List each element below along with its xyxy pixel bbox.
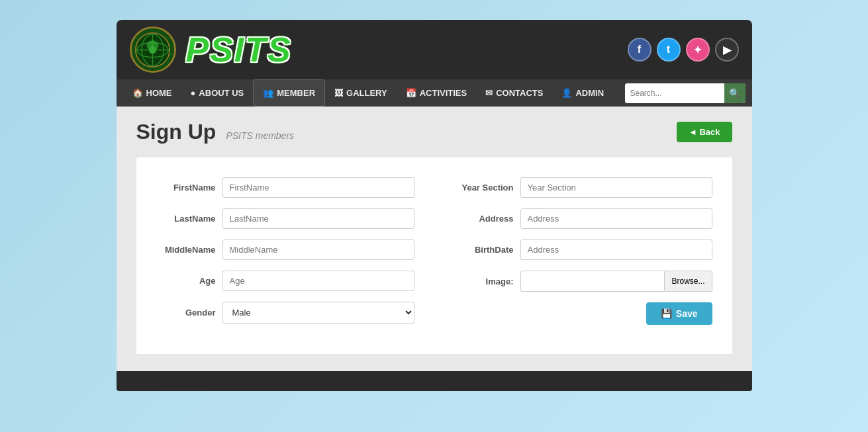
youtube-icon[interactable]: ▶ xyxy=(715,38,739,62)
dribbble-icon[interactable]: ✦ xyxy=(686,38,710,62)
nav-member[interactable]: 👥 MEMBER xyxy=(253,79,325,107)
header-left: PSITS xyxy=(130,26,292,73)
save-label: Save xyxy=(676,308,698,319)
nav-activities[interactable]: 📅 ACTIVITIES xyxy=(397,80,477,106)
twitter-icon[interactable]: t xyxy=(657,38,681,62)
firstname-label: FirstName xyxy=(156,183,216,193)
address-input[interactable] xyxy=(520,208,712,229)
address-row: Address xyxy=(454,208,712,229)
gender-row: Gender Male Female xyxy=(156,302,414,324)
image-row: Image: Browse... xyxy=(454,271,712,292)
back-button[interactable]: ◄ Back xyxy=(677,122,732,142)
nav-gallery[interactable]: 🖼 GALLERY xyxy=(325,80,397,106)
firstname-row: FirstName xyxy=(156,177,414,198)
address-label: Address xyxy=(454,214,514,224)
middlename-label: MiddleName xyxy=(156,245,216,255)
age-label: Age xyxy=(156,276,216,286)
nav-links: 🏠 HOME ● ABOUT US 👥 MEMBER 🖼 GALLERY 📅 A… xyxy=(123,79,614,107)
middlename-input[interactable] xyxy=(222,239,414,260)
browse-button[interactable]: Browse... xyxy=(665,271,712,292)
form-layout: FirstName LastName MiddleName Age xyxy=(156,177,712,334)
save-button[interactable]: 💾 Save xyxy=(646,302,712,325)
page-subtitle: PSITS members xyxy=(226,130,294,141)
site-header: PSITS f t ✦ ▶ xyxy=(117,20,752,79)
file-path-input[interactable] xyxy=(520,271,665,292)
search-button[interactable]: 🔍 xyxy=(724,83,746,103)
gender-label: Gender xyxy=(156,308,216,318)
middlename-row: MiddleName xyxy=(156,239,414,260)
facebook-icon[interactable]: f xyxy=(628,38,651,62)
site-logo xyxy=(130,26,176,73)
page-title: Sign Up xyxy=(136,120,217,144)
nav-about[interactable]: ● ABOUT US xyxy=(181,80,254,106)
save-icon: 💾 xyxy=(661,308,672,319)
form-left: FirstName LastName MiddleName Age xyxy=(156,177,414,334)
nav-contacts[interactable]: ✉ CONTACTS xyxy=(476,80,552,106)
form-right: Year Section Address BirthDate Image: xyxy=(454,177,712,334)
yearsection-input[interactable] xyxy=(520,177,712,198)
main-content: Sign Up PSITS members ◄ Back FirstName L… xyxy=(117,107,752,371)
firstname-input[interactable] xyxy=(222,177,414,198)
page-header-left: Sign Up PSITS members xyxy=(136,120,295,144)
birthdate-row: BirthDate xyxy=(454,239,712,260)
lastname-input[interactable] xyxy=(222,208,414,229)
yearsection-row: Year Section xyxy=(454,177,712,198)
birthdate-input[interactable] xyxy=(520,239,712,260)
age-row: Age xyxy=(156,271,414,291)
yearsection-label: Year Section xyxy=(454,183,514,193)
nav-admin[interactable]: 👤 ADMIN xyxy=(552,80,613,106)
page-header: Sign Up PSITS members ◄ Back xyxy=(136,120,732,144)
footer xyxy=(117,371,752,391)
site-title: PSITS xyxy=(186,30,292,69)
form-container: FirstName LastName MiddleName Age xyxy=(136,157,732,354)
search-box: 🔍 xyxy=(625,83,746,103)
age-input[interactable] xyxy=(222,271,414,291)
lastname-label: LastName xyxy=(156,214,216,224)
lastname-row: LastName xyxy=(156,208,414,229)
navbar: 🏠 HOME ● ABOUT US 👥 MEMBER 🖼 GALLERY 📅 A… xyxy=(117,79,752,107)
image-label: Image: xyxy=(454,277,514,286)
birthdate-label: BirthDate xyxy=(454,245,514,255)
social-icons: f t ✦ ▶ xyxy=(628,38,739,62)
gender-select[interactable]: Male Female xyxy=(222,302,414,324)
nav-home[interactable]: 🏠 HOME xyxy=(123,80,181,106)
save-row: 💾 Save xyxy=(454,302,712,325)
search-input[interactable] xyxy=(625,83,724,103)
file-input-wrapper: Browse... xyxy=(520,271,712,292)
